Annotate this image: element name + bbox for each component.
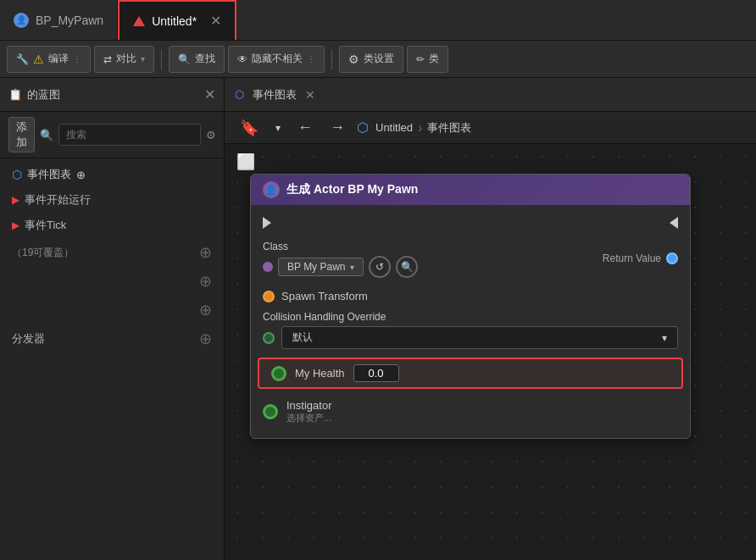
exec-pin-out xyxy=(670,217,678,229)
main-area: 📋 的蓝图 ✕ 添加 🔍 ⚙ ⬡ 事件图表 ⊕ ▶ 事件开始运行 ▶ 事件Tic… xyxy=(0,78,756,560)
hide-menu-icon: ⋮ xyxy=(307,54,315,64)
add-circle-graph[interactable]: ⊕ xyxy=(76,169,86,181)
dropdown-arrow-icon: ▾ xyxy=(350,263,354,272)
class-dropdown-value: BP My Pawn xyxy=(287,261,345,273)
instigator-pin xyxy=(263,404,278,419)
class-select-row: BP My Pawn ▾ ↺ 🔍 xyxy=(263,256,418,278)
forward-button[interactable]: → xyxy=(325,117,350,138)
sidebar-item-label-graph: 事件图表 xyxy=(27,167,71,182)
settings-button[interactable]: ⚙ 类设置 xyxy=(339,46,403,73)
triangle-icon xyxy=(133,16,145,26)
search-bar: 添加 🔍 ⚙ xyxy=(0,112,224,158)
class-dropdown[interactable]: BP My Pawn ▾ xyxy=(278,258,364,276)
graph-area: ⬡ 事件图表 ✕ 🔖 ▾ ← → ⬡ Untitled › 事件图表 ⬜ xyxy=(225,78,756,560)
find-label: 查找 xyxy=(195,52,215,66)
back-button[interactable]: ← xyxy=(292,117,318,138)
reset-class-button[interactable]: ↺ xyxy=(369,256,391,278)
sidebar-close-button[interactable]: ✕ xyxy=(204,86,215,103)
search-input[interactable] xyxy=(58,124,201,146)
my-health-label: My Health xyxy=(295,367,345,380)
exec-row xyxy=(251,213,690,232)
class-button[interactable]: ✏ 类 xyxy=(407,46,448,73)
node-header-icon: 👤 xyxy=(263,181,280,198)
add-circle-empty-2[interactable]: ⊕ xyxy=(199,301,212,319)
eye-icon: 👁 xyxy=(237,53,247,65)
class-pin-dot xyxy=(263,262,273,272)
my-health-row: My Health xyxy=(258,358,683,389)
node-title: 生成 Actor BP My Pawn xyxy=(286,182,418,197)
canvas-icon: ⬜ xyxy=(236,152,255,171)
sidebar-item-label-begin: 事件开始运行 xyxy=(25,192,91,208)
collision-dropdown-arrow: ▾ xyxy=(662,332,667,344)
diff-button[interactable]: ⇄ 对比 ▾ xyxy=(94,46,154,73)
warning-icon: ⚠ xyxy=(33,53,44,66)
browse-class-button[interactable]: 🔍 xyxy=(396,256,418,278)
toolbar-divider-2 xyxy=(331,49,332,69)
tab-bar: 👤 BP_MyPawn Untitled* ✕ xyxy=(0,0,756,41)
diff-dropdown-icon: ▾ xyxy=(141,54,145,64)
compile-icon: 🔧 xyxy=(16,53,29,65)
sidebar-item-event-tick[interactable]: ▶ 事件Tick xyxy=(0,213,224,238)
collision-row: 默认 ▾ xyxy=(263,326,678,349)
compile-button[interactable]: 🔧 ⚠ 编译 ⋮ xyxy=(7,46,91,73)
spawn-transform-row: Spawn Transform xyxy=(251,285,690,308)
sidebar-section-graph: ⬡ 事件图表 ⊕ xyxy=(0,162,224,187)
tab-bp-mypawn[interactable]: 👤 BP_MyPawn xyxy=(0,0,118,40)
add-circle-empty-1[interactable]: ⊕ xyxy=(199,272,212,291)
compile-menu-icon: ⋮ xyxy=(73,54,81,64)
node-body: Class BP My Pawn ▾ ↺ 🔍 xyxy=(251,205,690,438)
add-circle-dispatcher[interactable]: ⊕ xyxy=(199,330,212,348)
exec-in-icon xyxy=(263,217,271,229)
graph-layout-icon: ⬡ xyxy=(357,119,369,136)
sidebar-item-label-tick: 事件Tick xyxy=(25,218,66,233)
spawn-transform-pin xyxy=(263,291,275,302)
gear-icon: ⚙ xyxy=(348,53,359,66)
event-graph-close-button[interactable]: ✕ xyxy=(305,88,315,102)
settings-icon-sidebar[interactable]: ⚙ xyxy=(206,129,216,141)
spawn-actor-node: 👤 生成 Actor BP My Pawn xyxy=(250,174,691,439)
sidebar-item-empty-2[interactable]: ⊕ xyxy=(0,296,224,324)
tab-close-button[interactable]: ✕ xyxy=(210,13,221,29)
my-health-input[interactable] xyxy=(353,364,399,382)
sidebar-item-dispatcher[interactable]: 分发器 ⊕ xyxy=(0,324,224,353)
sidebar-list: ⬡ 事件图表 ⊕ ▶ 事件开始运行 ▶ 事件Tick （19可覆盖） ⊕ ⊕ ⊕ xyxy=(0,158,224,560)
graph-toolbar: 🔖 ▾ ← → ⬡ Untitled › 事件图表 xyxy=(225,112,756,144)
graph-header: ⬡ 事件图表 ✕ xyxy=(225,78,756,112)
blueprint-icon: 📋 xyxy=(8,88,22,101)
graph-icon: ⬡ xyxy=(12,168,22,181)
sidebar-item-event-begin[interactable]: ▶ 事件开始运行 xyxy=(0,187,224,213)
sidebar-title: 的蓝图 xyxy=(27,87,60,103)
event-icon-tick: ▶ xyxy=(12,219,19,231)
instigator-label: Instigator xyxy=(286,399,331,412)
find-button[interactable]: 🔍 查找 xyxy=(169,46,225,73)
settings-label: 类设置 xyxy=(364,52,394,66)
graph-header-icon: ⬡ xyxy=(235,88,244,101)
graph-canvas[interactable]: ⬜ 👤 生成 Actor BP My Pawn xyxy=(225,144,756,560)
tab-untitled[interactable]: Untitled* ✕ xyxy=(118,0,236,40)
tab-bp-mypawn-label: BP_MyPawn xyxy=(36,14,103,27)
add-circle-override[interactable]: ⊕ xyxy=(199,243,212,262)
breadcrumb: Untitled › 事件图表 xyxy=(375,120,471,136)
sidebar: 📋 的蓝图 ✕ 添加 🔍 ⚙ ⬡ 事件图表 ⊕ ▶ 事件开始运行 ▶ 事件Tic… xyxy=(0,78,225,560)
dispatcher-label: 分发器 xyxy=(12,331,45,347)
collision-pin xyxy=(263,332,275,344)
hide-button[interactable]: 👁 隐藏不相关 ⋮ xyxy=(228,46,325,73)
breadcrumb-separator: › xyxy=(418,120,422,136)
spawn-transform-label: Spawn Transform xyxy=(281,290,368,302)
sidebar-item-override[interactable]: （19可覆盖） ⊕ xyxy=(0,238,224,267)
collision-section: Collision Handling Override 默认 ▾ xyxy=(251,308,690,352)
return-value-pin xyxy=(666,252,678,264)
exec-out-icon xyxy=(670,217,678,229)
breadcrumb-root: Untitled xyxy=(375,121,413,134)
exec-pin-in xyxy=(263,217,271,229)
add-button[interactable]: 添加 xyxy=(8,117,35,152)
person-icon: 👤 xyxy=(14,13,29,28)
bookmark-button[interactable]: 🔖 xyxy=(235,117,264,139)
breadcrumb-current: 事件图表 xyxy=(427,120,471,136)
dropdown-btn[interactable]: ▾ xyxy=(270,120,286,136)
toolbar-divider-1 xyxy=(161,49,162,69)
return-value-label: Return Value xyxy=(603,252,661,264)
sidebar-item-empty-1[interactable]: ⊕ xyxy=(0,267,224,296)
collision-dropdown[interactable]: 默认 ▾ xyxy=(281,326,678,349)
diff-label: 对比 xyxy=(116,52,136,66)
